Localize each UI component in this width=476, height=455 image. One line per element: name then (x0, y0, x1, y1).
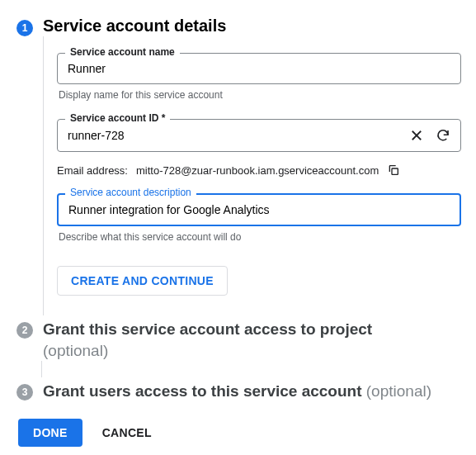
copy-icon[interactable] (387, 164, 400, 177)
service-account-desc-input[interactable] (68, 203, 450, 216)
svg-rect-2 (392, 168, 398, 174)
service-account-name-label: Service account name (65, 46, 180, 58)
service-account-id-input[interactable] (68, 129, 409, 142)
step-1-body: Service account name Display name for th… (43, 36, 460, 315)
service-account-desc-label: Service account description (65, 187, 196, 198)
service-account-name-helper: Display name for this service account (59, 89, 460, 101)
step-3-header[interactable]: 3 Grant users access to this service acc… (16, 381, 460, 402)
step-1-badge: 1 (16, 20, 33, 36)
service-account-name-input[interactable] (68, 62, 450, 75)
service-account-desc-wrap: Service account description (57, 193, 460, 226)
step-3-title-text: Grant users access to this service accou… (43, 382, 362, 400)
cancel-button[interactable]: CANCEL (102, 426, 152, 439)
step-3-optional: (optional) (366, 382, 431, 400)
service-account-desc-field[interactable] (57, 193, 461, 226)
step-2-title-text: Grant this service account access to pro… (43, 320, 372, 338)
refresh-icon[interactable] (436, 128, 450, 143)
service-account-id-label: Service account ID * (65, 112, 170, 124)
step-2-badge: 2 (16, 322, 33, 339)
step-2-title: Grant this service account access to pro… (43, 319, 372, 361)
service-account-desc-helper: Describe what this service account will … (59, 231, 460, 243)
done-button[interactable]: DONE (18, 419, 82, 447)
id-field-icons (409, 128, 450, 143)
step-1-title: Service account details (43, 17, 226, 36)
service-account-id-field[interactable] (57, 119, 461, 152)
email-value: mitto-728@zuar-runbook.iam.gserviceaccou… (136, 164, 379, 177)
footer: DONE CANCEL (18, 419, 460, 447)
service-account-name-wrap: Service account name (57, 53, 460, 84)
email-label: Email address: (57, 164, 128, 177)
step-3-badge: 3 (16, 384, 33, 400)
step-1-header: 1 Service account details (16, 17, 460, 36)
clear-icon[interactable] (409, 128, 424, 143)
step-2-header[interactable]: 2 Grant this service account access to p… (16, 319, 460, 361)
step-3-title: Grant users access to this service accou… (43, 381, 431, 402)
create-and-continue-button[interactable]: CREATE AND CONTINUE (57, 266, 228, 296)
step-2-optional: (optional) (43, 342, 108, 359)
email-row: Email address: mitto-728@zuar-runbook.ia… (57, 164, 460, 177)
connector-2-3 (41, 361, 42, 377)
service-account-id-wrap: Service account ID * (57, 119, 460, 152)
